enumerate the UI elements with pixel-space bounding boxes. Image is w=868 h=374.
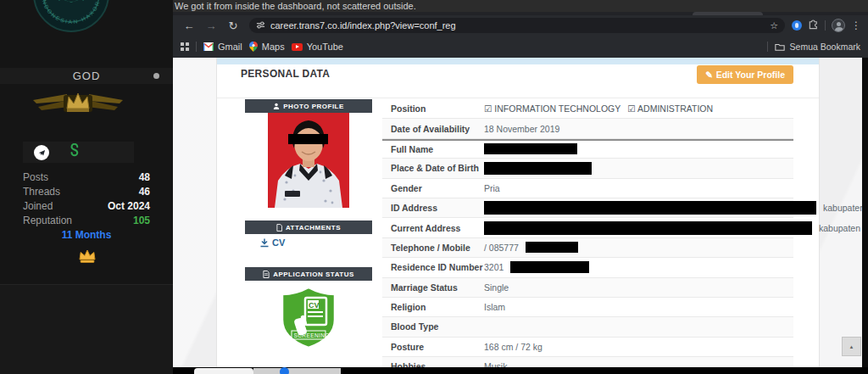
browser-menu-icon[interactable]: ⋮ <box>851 20 861 31</box>
bookmarks-bar: Gmail Maps YouTube <box>173 36 868 58</box>
right-edge-strip <box>862 58 868 374</box>
scroll-to-top-button[interactable]: ▲ <box>842 337 861 356</box>
row-label: Blood Type <box>391 321 484 332</box>
value-text: 18 November 2019 <box>484 124 559 134</box>
table-row: GenderPria <box>382 179 793 198</box>
value-text: Single <box>484 282 509 293</box>
bookmark-youtube[interactable]: YouTube <box>292 42 343 52</box>
profile-avatar[interactable] <box>832 19 845 32</box>
row-value: Pria <box>484 183 500 193</box>
table-row: ReligionIslam <box>382 298 793 317</box>
bottom-crop-bar <box>173 367 868 374</box>
content-panel: PERSONAL DATA ✎ Edit Your Profile PHOTO … <box>216 58 820 367</box>
browser-window: We got it from inside the dashboard, not… <box>173 0 868 374</box>
person-icon <box>273 103 280 109</box>
browser-toolbar: ← → ↻ career.trans7.co.id/index.php?view… <box>173 15 868 36</box>
ihs-logo-icon: INDONESIAN HAXOR SECURITY <box>33 0 109 32</box>
table-row: Telephone / Mobile/ 085777 <box>382 238 793 258</box>
telegram-icon[interactable] <box>34 145 49 160</box>
stat-threads: Threads 46 <box>23 186 150 200</box>
table-row: Current Addresskabupaten bogor <box>382 218 793 237</box>
checkbox-item[interactable]: ☑ ADMINISTRATION <box>627 103 713 114</box>
row-label: Residence ID Number <box>391 262 484 272</box>
reload-button[interactable]: ↻ <box>224 20 242 32</box>
row-value: kabupaten bogor <box>484 221 868 235</box>
row-value: Musik <box>484 361 507 367</box>
personal-data-table: Position☑ INFORMATION TECHNOLOGY☑ ADMINI… <box>382 99 793 367</box>
page-body: PERSONAL DATA ✎ Edit Your Profile PHOTO … <box>173 58 868 367</box>
redaction-box <box>484 162 592 175</box>
row-value: Islam <box>484 302 505 312</box>
rank-badge-icon <box>31 88 125 119</box>
svg-text:CV: CV <box>309 301 320 310</box>
row-value: 168 cm / 72 kg <box>484 342 542 352</box>
row-label: Full Name <box>391 144 484 154</box>
table-row: Marriage StatusSingle <box>382 278 793 298</box>
table-row: ID Addresskabupaten bogor <box>382 198 793 218</box>
bookmark-gmail[interactable]: Gmail <box>203 42 242 52</box>
value-text: Musik <box>484 361 507 367</box>
row-value <box>484 162 592 175</box>
folder-icon <box>775 42 785 51</box>
status-doc-icon <box>263 271 270 278</box>
bookmark-star-icon[interactable]: ☆ <box>770 20 778 31</box>
row-value <box>484 143 577 154</box>
caption-text: We got it from inside the dashboard, not… <box>173 1 416 11</box>
site-settings-icon[interactable] <box>256 18 265 33</box>
gmail-icon <box>203 42 214 51</box>
taskbar-blue-dot-icon <box>280 367 289 374</box>
reputation-value: 105 <box>133 215 150 229</box>
checkbox-item[interactable]: ☑ INFORMATION TECHNOLOGY <box>484 103 620 114</box>
row-label: Place & Date of Birth <box>391 163 484 173</box>
table-row: Blood Type <box>382 317 793 337</box>
profile-photo <box>268 113 349 208</box>
table-row: Date of Availability18 November 2019 <box>382 119 793 138</box>
table-row: Position☑ INFORMATION TECHNOLOGY☑ ADMINI… <box>382 99 793 119</box>
redaction-box <box>526 242 578 253</box>
table-row: Full Name <box>382 139 793 159</box>
rank-label: GOD <box>73 70 101 82</box>
maps-icon <box>249 42 258 52</box>
pencil-icon: ✎ <box>705 70 713 80</box>
attachments-header: ATTACHMENTS <box>245 220 372 234</box>
row-label: Hobbies <box>391 361 484 367</box>
row-label: Telephone / Mobile <box>391 243 484 253</box>
value-text: 168 cm / 72 kg <box>484 342 542 352</box>
shield-extension-icon[interactable] <box>792 20 802 31</box>
session-icon[interactable] <box>68 143 81 161</box>
row-label: Gender <box>391 183 484 193</box>
value-text: Islam <box>484 302 505 312</box>
chevron-up-icon: ▲ <box>849 344 854 349</box>
caption-bar: We got it from inside the dashboard, not… <box>173 0 868 12</box>
chrome-right-controls: ⋮ <box>792 18 861 33</box>
forum-profile-sidebar: INDONESIAN HAXOR SECURITY GOD <box>0 0 173 374</box>
top-accent-strip <box>217 58 819 64</box>
row-label: Marriage Status <box>391 282 484 293</box>
row-value: ☑ INFORMATION TECHNOLOGY☑ ADMINISTRATION <box>484 103 713 114</box>
membership-link[interactable]: 11 Months <box>0 229 173 241</box>
table-row: Place & Date of Birth <box>382 159 793 178</box>
cv-download-link[interactable]: CV <box>260 237 285 248</box>
url-text[interactable]: career.trans7.co.id/index.php?view=conf_… <box>270 20 765 31</box>
row-label: Current Address <box>391 223 484 233</box>
crown-icon <box>78 248 97 264</box>
forward-button[interactable]: → <box>202 20 220 32</box>
status-dot-icon <box>153 73 159 79</box>
page-title: PERSONAL DATA <box>241 68 330 80</box>
address-bar[interactable]: career.trans7.co.id/index.php?view=conf_… <box>249 18 785 33</box>
apps-grid-icon[interactable] <box>181 42 189 51</box>
edit-profile-button[interactable]: ✎ Edit Your Profile <box>697 65 793 84</box>
bookmarks-divider <box>196 42 197 52</box>
bookmark-maps[interactable]: Maps <box>249 42 285 52</box>
taskbar-fragment <box>194 368 253 374</box>
all-bookmarks-button[interactable]: Semua Bookmark <box>775 42 860 52</box>
back-button[interactable]: ← <box>180 20 198 32</box>
screening-label: SCREENING <box>294 332 330 338</box>
table-row: HobbiesMusik <box>382 357 793 367</box>
extensions-puzzle-icon[interactable] <box>808 18 819 33</box>
table-row: Posture168 cm / 72 kg <box>382 338 793 357</box>
value-text: Pria <box>484 183 500 193</box>
row-value: Single <box>484 282 509 293</box>
document-icon <box>276 224 282 232</box>
row-label: ID Address <box>391 203 484 213</box>
